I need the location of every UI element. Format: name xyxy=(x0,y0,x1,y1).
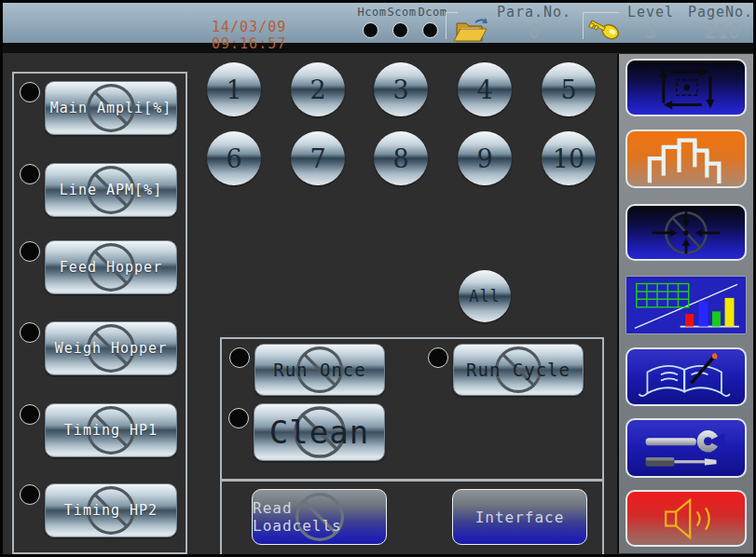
head-10-button[interactable]: 10 xyxy=(542,131,596,185)
scom-label: Scom xyxy=(385,6,419,19)
clean-led xyxy=(228,408,249,428)
line-apm-button[interactable]: Line APM[%] xyxy=(45,163,177,217)
level-value: 3 xyxy=(637,20,665,43)
timing-hp2-label: Timing HP2 xyxy=(64,502,158,519)
head-8-label: 8 xyxy=(392,144,408,173)
line-apm-led xyxy=(20,164,40,184)
clean-button[interactable]: Clean xyxy=(254,403,385,461)
datetime-display: 14/03/09 09:16:57 xyxy=(212,19,361,52)
main-ampli-button[interactable]: Main Ampli[%] xyxy=(45,81,177,135)
line-apm-label: Line APM[%] xyxy=(60,182,162,198)
head-1-label: 1 xyxy=(226,75,241,104)
timing-hp1-label: Timing HP1 xyxy=(64,422,158,439)
feed-hopper-button[interactable]: Feed Hopper xyxy=(45,240,177,294)
head-7-label: 7 xyxy=(309,144,325,173)
log-book-icon xyxy=(632,351,740,403)
head-3-label: 3 xyxy=(392,75,408,104)
nav-tools-button[interactable] xyxy=(625,418,747,478)
page-no-value: 210 xyxy=(700,20,745,43)
nav-speaker-button[interactable] xyxy=(625,490,747,547)
head-3-button[interactable]: 3 xyxy=(374,62,428,116)
key-icon[interactable] xyxy=(584,18,624,49)
scom-indicator-led xyxy=(392,22,408,38)
weigh-hopper-led xyxy=(20,322,40,343)
nav-move-cycle-button[interactable] xyxy=(625,59,747,116)
level-label: Level xyxy=(624,4,678,20)
head-4-button[interactable]: 4 xyxy=(458,62,512,116)
head-2-button[interactable]: 2 xyxy=(291,62,345,116)
nav-hopper-timing-button[interactable] xyxy=(625,129,747,188)
head-all-label: All xyxy=(469,287,501,306)
weigh-hopper-label: Weigh Hopper xyxy=(55,340,167,357)
head-5-label: 5 xyxy=(560,75,576,104)
open-folder-icon[interactable] xyxy=(451,16,490,49)
head-9-label: 9 xyxy=(476,144,492,173)
speaker-icon xyxy=(634,495,738,543)
head-all-button[interactable]: All xyxy=(459,270,511,322)
interface-label: Interface xyxy=(475,509,565,526)
head-9-button[interactable]: 9 xyxy=(458,131,512,185)
timing-hp1-button[interactable]: Timing HP1 xyxy=(45,403,177,457)
nav-target-converge-button[interactable] xyxy=(625,204,747,261)
run-cycle-label: Run Cycle xyxy=(466,360,570,380)
move-cycle-icon xyxy=(634,63,738,112)
head-10-label: 10 xyxy=(553,144,584,173)
run-cycle-led xyxy=(428,347,448,368)
head-7-button[interactable]: 7 xyxy=(291,131,345,185)
top-bar-divider xyxy=(3,43,753,53)
nav-data-chart-button[interactable] xyxy=(625,276,747,334)
head-6-button[interactable]: 6 xyxy=(207,131,261,185)
hcom-label: Hcom xyxy=(355,6,389,19)
timing-hp2-button[interactable]: Timing HP2 xyxy=(45,483,177,537)
weigh-hopper-button[interactable]: Weigh Hopper xyxy=(45,321,177,375)
run-once-label: Run Once xyxy=(273,360,366,380)
clean-label: Clean xyxy=(269,414,369,451)
run-once-button[interactable]: Run Once xyxy=(254,344,385,396)
timing-hp1-led xyxy=(20,404,40,425)
feed-hopper-label: Feed Hopper xyxy=(60,259,162,276)
head-6-label: 6 xyxy=(226,144,241,173)
run-cycle-button[interactable]: Run Cycle xyxy=(453,344,584,396)
hopper-timing-icon xyxy=(634,134,738,184)
head-4-label: 4 xyxy=(476,75,492,104)
hopper-adjust-panel xyxy=(12,72,187,554)
para-no-value: 0 xyxy=(514,20,555,43)
read-loadcells-button[interactable]: Read Loadcells xyxy=(252,489,387,545)
head-5-button[interactable]: 5 xyxy=(542,62,596,116)
head-8-button[interactable]: 8 xyxy=(374,131,428,185)
tools-icon xyxy=(632,422,740,474)
interface-button[interactable]: Interface xyxy=(452,489,587,545)
data-chart-icon xyxy=(628,279,744,332)
nav-log-book-button[interactable] xyxy=(625,347,747,406)
read-loadcells-label: Read Loadcells xyxy=(253,499,386,535)
main-ampli-label: Main Ampli[%] xyxy=(50,100,172,116)
hcom-indicator-led xyxy=(363,22,378,38)
dcom-label: Dcom xyxy=(416,6,449,19)
dcom-indicator-led xyxy=(422,22,438,38)
hmi-screen: 14/03/09 09:16:57 Hcom Scom Dcom Para.No… xyxy=(0,0,756,557)
run-once-led xyxy=(229,347,250,368)
head-2-label: 2 xyxy=(309,75,325,104)
target-converge-icon xyxy=(634,209,738,257)
main-ampli-led xyxy=(20,82,40,102)
timing-hp2-led xyxy=(20,484,40,505)
page-no-label: PageNo. xyxy=(687,4,754,20)
para-no-label: Para.No. xyxy=(495,4,573,20)
feed-hopper-led xyxy=(20,241,40,262)
head-1-button[interactable]: 1 xyxy=(207,62,261,116)
